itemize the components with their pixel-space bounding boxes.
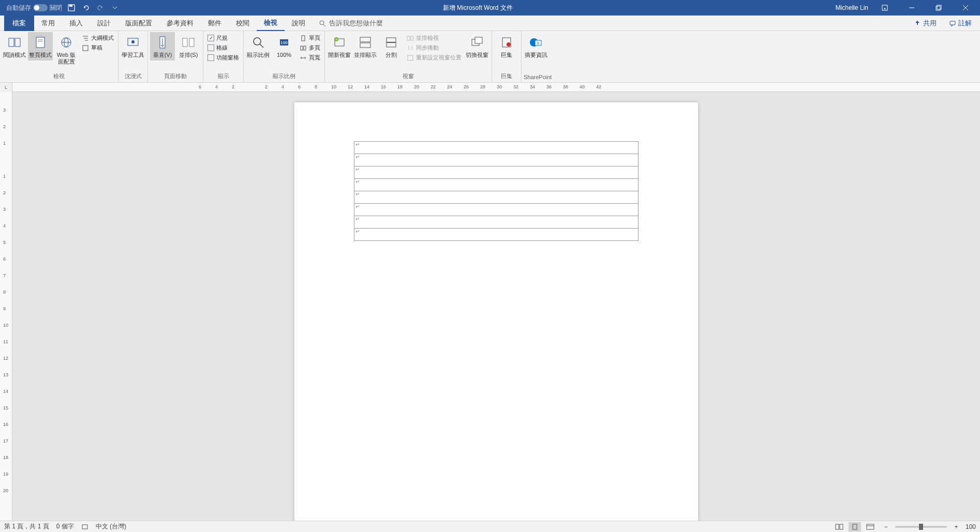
read-mode-icon bbox=[6, 34, 23, 51]
page-count[interactable]: 第 1 頁，共 1 頁 bbox=[4, 522, 49, 531]
svg-text:+: + bbox=[335, 37, 338, 42]
table-cell[interactable]: ↵ bbox=[354, 216, 639, 229]
tell-me-search[interactable]: 告訴我您想做什麼 bbox=[319, 19, 383, 28]
zoom-out-button[interactable]: − bbox=[880, 522, 892, 531]
side-by-side-button[interactable]: 並排檢視 bbox=[407, 34, 462, 42]
table-cell[interactable]: ↵ bbox=[354, 142, 639, 154]
web-layout-view-button[interactable] bbox=[864, 522, 877, 531]
read-mode-button[interactable]: 閱讀模式 bbox=[2, 32, 27, 60]
minimize-button[interactable] bbox=[901, 0, 922, 16]
share-button[interactable]: 共用 bbox=[910, 17, 941, 30]
table-cell[interactable]: ↵ bbox=[354, 229, 639, 241]
tab-help[interactable]: 說明 bbox=[285, 16, 313, 31]
read-mode-view-button[interactable] bbox=[833, 522, 845, 531]
switch-icon bbox=[469, 34, 485, 51]
ruler-tick: 4 bbox=[281, 84, 284, 89]
ruler-checkbox[interactable]: 尺規 bbox=[207, 34, 239, 42]
group-label-page-movement: 頁面移動 bbox=[150, 71, 201, 81]
page-width-button[interactable]: 頁寬 bbox=[300, 54, 320, 62]
multi-page-button[interactable]: 多頁 bbox=[300, 44, 320, 52]
split-button[interactable]: 分割 bbox=[379, 32, 404, 60]
user-name[interactable]: Michelle Lin bbox=[836, 4, 868, 11]
ruler-tick: 20 bbox=[414, 84, 419, 89]
autosave-toggle[interactable]: 自動儲存 關閉 bbox=[6, 4, 62, 12]
svg-rect-52 bbox=[82, 525, 87, 529]
zoom-level[interactable]: 100 bbox=[966, 523, 976, 530]
save-icon[interactable] bbox=[66, 3, 77, 13]
print-layout-button[interactable]: 整頁模式 bbox=[28, 32, 53, 60]
zoom-slider[interactable] bbox=[895, 526, 947, 528]
group-show: 尺規 格線 功能窗格 顯示 bbox=[203, 31, 244, 82]
tab-layout[interactable]: 版面配置 bbox=[118, 16, 159, 31]
redo-icon[interactable] bbox=[95, 3, 106, 13]
arrange-all-button[interactable]: 並排顯示 bbox=[353, 32, 378, 60]
learning-tools-button[interactable]: 學習工具 bbox=[121, 32, 145, 60]
table-row[interactable]: ↵ bbox=[354, 142, 639, 154]
table-cell[interactable]: ↵ bbox=[354, 179, 639, 191]
zoom-in-button[interactable]: + bbox=[950, 522, 962, 531]
tab-home[interactable]: 常用 bbox=[34, 16, 62, 31]
vertical-button[interactable]: 垂直(V) bbox=[150, 32, 175, 60]
maximize-button[interactable] bbox=[928, 0, 949, 16]
table-row[interactable]: ↵ bbox=[354, 216, 639, 229]
ruler-corner[interactable]: L bbox=[0, 83, 12, 92]
group-label-zoom: 顯示比例 bbox=[246, 71, 322, 81]
table-row[interactable]: ↵ bbox=[354, 166, 639, 179]
table-row[interactable]: ↵ bbox=[354, 229, 639, 241]
gridlines-checkbox[interactable]: 格線 bbox=[207, 44, 239, 52]
table-row[interactable]: ↵ bbox=[354, 179, 639, 191]
zoom-button[interactable]: 顯示比例 bbox=[246, 32, 271, 60]
search-placeholder: 告訴我您想做什麼 bbox=[329, 19, 383, 28]
tab-review[interactable]: 校閱 bbox=[229, 16, 257, 31]
qat-customize-icon[interactable] bbox=[110, 3, 120, 13]
table-cell[interactable]: ↵ bbox=[354, 204, 639, 216]
table-row[interactable]: ↵ bbox=[354, 204, 639, 216]
table-cell[interactable]: ↵ bbox=[354, 154, 639, 166]
navigation-pane-checkbox[interactable]: 功能窗格 bbox=[207, 54, 239, 62]
document-canvas[interactable]: ↵↵↵↵↵↵↵↵ bbox=[12, 92, 980, 532]
undo-icon[interactable] bbox=[81, 3, 91, 13]
page[interactable]: ↵↵↵↵↵↵↵↵ bbox=[294, 102, 698, 532]
sync-scroll-button[interactable]: 同步捲動 bbox=[407, 44, 462, 52]
tab-insert[interactable]: 插入 bbox=[62, 16, 90, 31]
tab-mailings[interactable]: 郵件 bbox=[201, 16, 229, 31]
properties-button[interactable]: S 摘要資訊 bbox=[524, 32, 548, 60]
checkbox-icon bbox=[207, 35, 214, 41]
arrange-icon bbox=[357, 34, 374, 51]
one-page-button[interactable]: 單頁 bbox=[300, 34, 320, 42]
svg-point-48 bbox=[507, 42, 511, 47]
ribbon-options-icon[interactable] bbox=[874, 0, 895, 16]
ruler-vertical[interactable]: 3211234567891011121314151617181920 bbox=[0, 92, 12, 532]
sync-scroll-icon bbox=[407, 44, 414, 52]
table-cell[interactable]: ↵ bbox=[354, 166, 639, 179]
table-row[interactable]: ↵ bbox=[354, 191, 639, 204]
hundred-percent-button[interactable]: 100 100% bbox=[272, 32, 296, 60]
side-to-side-button[interactable]: 並排(S) bbox=[176, 32, 201, 60]
macros-button[interactable]: 巨集 bbox=[494, 32, 519, 60]
language-status[interactable]: 中文 (台灣) bbox=[96, 522, 126, 531]
tab-file[interactable]: 檔案 bbox=[4, 16, 34, 31]
outline-button[interactable]: 大綱模式 bbox=[82, 34, 114, 42]
group-macros: 巨集 巨集 bbox=[492, 31, 522, 82]
reset-position-button[interactable]: 重新設定視窗位置 bbox=[407, 54, 462, 62]
zoom-thumb[interactable] bbox=[919, 524, 923, 530]
draft-button[interactable]: 草稿 bbox=[82, 44, 114, 52]
web-layout-button[interactable]: Web 版面配置 bbox=[54, 32, 79, 67]
tab-view[interactable]: 檢視 bbox=[257, 16, 285, 31]
spellcheck-icon[interactable] bbox=[81, 523, 88, 530]
document-table[interactable]: ↵↵↵↵↵↵↵↵ bbox=[354, 141, 639, 241]
ruler-tick: 7 bbox=[3, 273, 6, 278]
tab-references[interactable]: 參考資料 bbox=[159, 16, 201, 31]
table-cell[interactable]: ↵ bbox=[354, 191, 639, 204]
tab-design[interactable]: 設計 bbox=[90, 16, 118, 31]
print-layout-view-button[interactable] bbox=[849, 522, 861, 531]
table-row[interactable]: ↵ bbox=[354, 154, 639, 166]
one-page-icon bbox=[300, 35, 307, 42]
ruler-tick: 13 bbox=[3, 372, 8, 377]
new-window-button[interactable]: + 開新視窗 bbox=[327, 32, 352, 60]
comments-button[interactable]: 註解 bbox=[945, 17, 976, 30]
switch-windows-button[interactable]: 切換視窗 bbox=[465, 32, 489, 60]
word-count[interactable]: 0 個字 bbox=[56, 522, 74, 531]
ruler-horizontal[interactable]: L 64224681012141618202224262830323436384… bbox=[0, 83, 980, 92]
close-button[interactable] bbox=[955, 0, 976, 16]
